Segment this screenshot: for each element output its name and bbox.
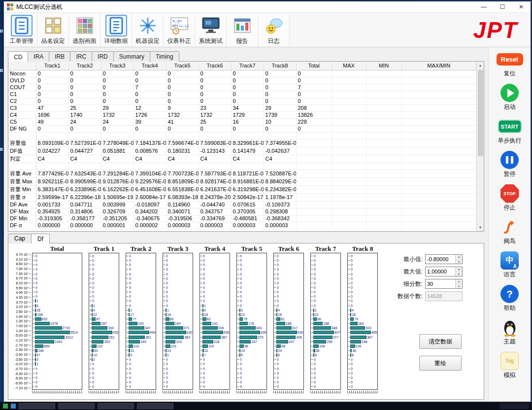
spin-down-icon[interactable]: ▼ [456,272,462,276]
bar [166,349,166,352]
toolbar-button-log[interactable]: 日志 [258,14,290,46]
table-scrollbar[interactable]: ▲ ▼ [476,62,484,231]
sidebar-button-theme[interactable]: 主题 [502,318,518,346]
sidebar-button-reset[interactable]: Reset复位 [497,50,523,78]
sidebar-button-help[interactable]: ?帮助 [500,284,519,312]
table-row[interactable]: C41696174017321726173217321729173913826 [8,111,476,118]
tick-mark [274,359,276,360]
toolbar-button-detail-data[interactable]: 详细数据 [100,14,132,46]
bin-count: 0 [92,362,94,366]
sidebar-button-simulate[interactable]: Trig模拟 [500,351,519,379]
subtab-df[interactable]: Df [31,234,50,243]
spin-up-icon[interactable]: ▲ [456,279,462,284]
table-row[interactable]: DF值0.0242270.0447270.0518810.0085760.180… [8,147,476,155]
close-button[interactable]: ✕ [512,1,531,12]
cell: 0 [264,84,296,91]
table-row[interactable]: 容量 Max8.926211E-068.990599E-069.012876E-… [8,177,476,185]
taskbar-item[interactable] [98,403,134,409]
table-row[interactable]: C54924243941251610228 [8,118,476,125]
tab-cd[interactable]: CD [8,51,28,62]
tick-mark [200,256,202,256]
redraw-button[interactable]: 重绘 [419,356,462,371]
desktop-icon[interactable] [0,30,3,33]
toolbar-button-product-name[interactable]: 品名设定 [37,14,69,46]
desktop-icon[interactable] [0,69,3,72]
sidebar-button-valve[interactable]: 阀岛 [501,217,518,245]
sidebar-button-language[interactable]: 中A语言 [500,251,519,279]
tab-summary[interactable]: Summary [113,51,150,62]
table-row[interactable]: DF Max0.3549250.3148060.3267090.3442020.… [8,208,476,215]
bin-count: 31 [131,349,134,352]
histogram-plot: 0000000000003227517834343937924796245000… [236,253,267,390]
toolbar-button-machine-settings[interactable]: 机器设定 [132,14,164,46]
bin-count: 0 [351,268,353,271]
sidebar-button-step[interactable]: START单步执行 [498,117,522,145]
tick-mark [274,306,276,306]
system-tray[interactable] [499,403,529,409]
table-row[interactable]: 判定C4C4C4C4C4C4C4C4 [8,155,476,163]
start-icon[interactable] [3,404,8,409]
subtab-cap[interactable]: Cap [8,234,32,243]
scroll-down-icon[interactable]: ▼ [477,224,484,231]
spin-up-icon[interactable]: ▲ [456,255,462,260]
cell: 0.340071 [166,208,199,215]
maximize-button[interactable]: ☐ [493,1,512,12]
taskbar-item[interactable] [137,403,173,409]
table-row[interactable]: 容量值8.093109E-067.527391E-067.278049E-067… [8,139,476,147]
table-row[interactable]: COUT000700007 [8,84,476,91]
sidebar-button-pause[interactable]: 暂停 [500,150,519,178]
table-row[interactable]: C1000000000 [8,91,476,98]
table-row[interactable]: C2000000000 [8,98,476,104]
toolbar-button-report[interactable]: 报告 [227,14,258,46]
sidebar-button-run[interactable]: 启动 [500,83,519,111]
tab-irc[interactable]: IRC [70,51,92,62]
toolbar-button-label: 品名设定 [41,37,65,45]
table-row[interactable]: 容量 σ2.59599e-176.22396e-181.50695e-192.6… [8,193,476,201]
table-row[interactable]: Nocon000000000 [8,70,476,77]
table-row[interactable]: DF NG000000000 [8,125,476,132]
spin-down-icon[interactable]: ▼ [456,284,462,289]
clear-data-button[interactable]: 清空数据 [419,334,462,349]
bin-count-spinner[interactable]: 30 ▲▼ [425,279,463,289]
taskbar-item[interactable] [19,403,55,409]
histogram-bin: 0 [348,276,377,281]
cell [401,132,476,139]
report-icon [232,15,253,36]
toolbar-button-sorting-screen[interactable]: 选别画面 [69,14,100,46]
table-row[interactable]: 容量 Ave7.877429E-067.632543E-067.291284E-… [8,170,476,177]
cell: 0 [166,91,199,98]
tick-mark [127,346,128,346]
spin-up-icon[interactable]: ▲ [456,267,462,272]
taskbar-item[interactable] [58,403,95,409]
histogram-bin: 191 [200,321,229,326]
table-row[interactable]: OVLD000000000 [8,77,476,84]
sidebar-button-stop[interactable]: STOP停止 [500,184,519,212]
minimize-button[interactable]: — [474,1,493,12]
tick-mark [311,382,313,382]
desktop-icon[interactable] [0,148,3,151]
cell [332,132,366,139]
tick-mark [274,278,276,279]
toolbar-button-work-order[interactable]: 工单管理 [6,14,37,46]
tab-irb[interactable]: IRB [49,51,70,62]
table-row[interactable]: C3472529129233429208 [8,104,476,111]
table-row[interactable]: DF Min-0.319305-0.358177-0.351205-0.3406… [8,215,476,222]
toolbar-button-system-test[interactable]: 系统测试 [195,14,227,46]
tab-timing[interactable]: Timing [150,51,179,62]
scroll-up-icon[interactable]: ▲ [477,62,484,69]
tick-mark [127,296,128,297]
spin-down-icon[interactable]: ▼ [456,260,462,264]
bin-count: 6 [36,304,38,308]
tab-ird[interactable]: IRD [92,51,114,62]
tab-ira[interactable]: IRA [28,51,49,62]
table-row[interactable]: 容量 Min6.383147E-066.233896E-066.162262E-… [8,185,476,193]
min-value-spinner[interactable]: -0.80000 ▲▼ [425,254,463,264]
axis-ruler [273,391,304,393]
toolbar-button-meter-calibration[interactable]: x,y=RPC(x,y)仪表补正 [164,14,195,46]
table-row[interactable]: DF σ0.0000000.0000000.0000010.0000020.00… [8,222,476,229]
table-row[interactable]: DF Ave0.0017330.0477110.003999-0.0180970… [8,201,476,208]
max-value-spinner[interactable]: 1.00000 ▲▼ [425,267,463,276]
tick-mark [348,287,350,288]
taskbar-icon[interactable] [11,404,16,409]
scrollbar-thumb[interactable] [478,70,483,156]
